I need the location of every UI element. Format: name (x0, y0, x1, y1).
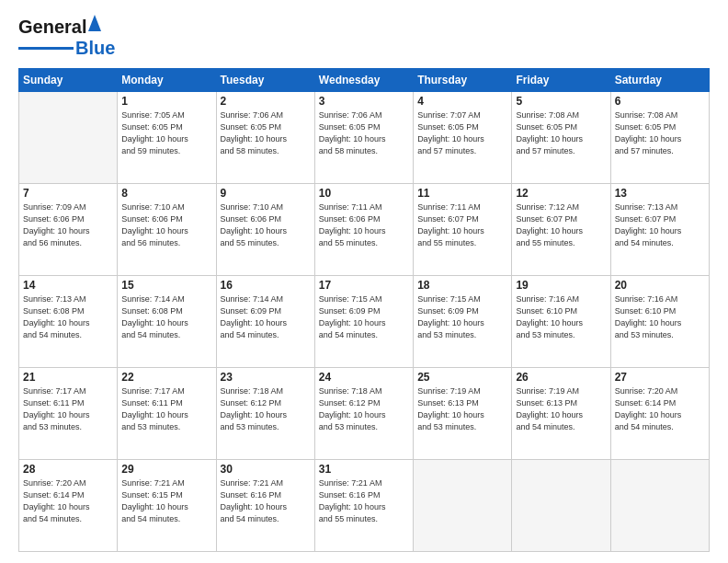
day-info: Sunrise: 7:14 AM Sunset: 6:08 PM Dayligh… (121, 293, 211, 341)
day-number: 2 (221, 95, 311, 108)
logo: General Blue (18, 17, 115, 59)
calendar-cell: 28Sunrise: 7:20 AM Sunset: 6:14 PM Dayli… (19, 460, 118, 552)
calendar-cell: 25Sunrise: 7:19 AM Sunset: 6:13 PM Dayli… (414, 368, 512, 460)
day-number: 6 (615, 95, 705, 108)
calendar-cell (414, 460, 512, 552)
header: General Blue (18, 17, 710, 59)
day-number: 29 (121, 463, 211, 476)
day-info: Sunrise: 7:11 AM Sunset: 6:07 PM Dayligh… (417, 201, 507, 249)
day-number: 24 (319, 371, 409, 384)
day-number: 4 (417, 95, 507, 108)
day-info: Sunrise: 7:13 AM Sunset: 6:08 PM Dayligh… (23, 293, 113, 341)
weekday-header-tuesday: Tuesday (216, 69, 314, 92)
day-info: Sunrise: 7:21 AM Sunset: 6:15 PM Dayligh… (121, 477, 211, 525)
day-number: 31 (319, 463, 409, 476)
day-info: Sunrise: 7:18 AM Sunset: 6:12 PM Dayligh… (319, 385, 409, 433)
day-info: Sunrise: 7:10 AM Sunset: 6:06 PM Dayligh… (221, 201, 311, 249)
day-number: 12 (516, 187, 606, 200)
calendar-cell: 30Sunrise: 7:21 AM Sunset: 6:16 PM Dayli… (216, 460, 314, 552)
svg-marker-0 (88, 15, 101, 31)
calendar-cell (610, 460, 709, 552)
day-number: 11 (417, 187, 507, 200)
calendar-cell: 9Sunrise: 7:10 AM Sunset: 6:06 PM Daylig… (216, 184, 314, 276)
calendar-cell: 21Sunrise: 7:17 AM Sunset: 6:11 PM Dayli… (19, 368, 118, 460)
calendar-table: SundayMondayTuesdayWednesdayThursdayFrid… (18, 68, 710, 552)
weekday-header-saturday: Saturday (610, 69, 709, 92)
day-info: Sunrise: 7:20 AM Sunset: 6:14 PM Dayligh… (615, 385, 705, 433)
day-number: 21 (23, 371, 113, 384)
day-info: Sunrise: 7:18 AM Sunset: 6:12 PM Dayligh… (221, 385, 311, 433)
calendar-cell: 22Sunrise: 7:17 AM Sunset: 6:11 PM Dayli… (118, 368, 216, 460)
calendar-cell: 4Sunrise: 7:07 AM Sunset: 6:05 PM Daylig… (414, 92, 512, 184)
logo-general-text: General (18, 17, 86, 38)
week-row-5: 28Sunrise: 7:20 AM Sunset: 6:14 PM Dayli… (19, 460, 710, 552)
day-number: 8 (121, 187, 211, 200)
calendar-cell: 23Sunrise: 7:18 AM Sunset: 6:12 PM Dayli… (216, 368, 314, 460)
calendar-cell: 16Sunrise: 7:14 AM Sunset: 6:09 PM Dayli… (216, 276, 314, 368)
weekday-header-friday: Friday (512, 69, 610, 92)
day-number: 26 (516, 371, 606, 384)
week-row-1: 1Sunrise: 7:05 AM Sunset: 6:05 PM Daylig… (19, 92, 710, 184)
day-info: Sunrise: 7:19 AM Sunset: 6:13 PM Dayligh… (516, 385, 606, 433)
day-number: 10 (319, 187, 409, 200)
calendar-cell: 20Sunrise: 7:16 AM Sunset: 6:10 PM Dayli… (610, 276, 709, 368)
calendar-cell: 14Sunrise: 7:13 AM Sunset: 6:08 PM Dayli… (19, 276, 118, 368)
day-info: Sunrise: 7:21 AM Sunset: 6:16 PM Dayligh… (221, 477, 311, 525)
day-info: Sunrise: 7:08 AM Sunset: 6:05 PM Dayligh… (516, 109, 606, 157)
day-info: Sunrise: 7:11 AM Sunset: 6:06 PM Dayligh… (319, 201, 409, 249)
calendar-cell: 5Sunrise: 7:08 AM Sunset: 6:05 PM Daylig… (512, 92, 610, 184)
calendar-cell: 2Sunrise: 7:06 AM Sunset: 6:05 PM Daylig… (216, 92, 314, 184)
weekday-header-sunday: Sunday (19, 69, 118, 92)
day-info: Sunrise: 7:08 AM Sunset: 6:05 PM Dayligh… (615, 109, 705, 157)
day-info: Sunrise: 7:16 AM Sunset: 6:10 PM Dayligh… (615, 293, 705, 341)
calendar-cell: 11Sunrise: 7:11 AM Sunset: 6:07 PM Dayli… (414, 184, 512, 276)
day-number: 28 (23, 463, 113, 476)
calendar-cell: 29Sunrise: 7:21 AM Sunset: 6:15 PM Dayli… (118, 460, 216, 552)
day-number: 5 (516, 95, 606, 108)
day-info: Sunrise: 7:21 AM Sunset: 6:16 PM Dayligh… (319, 477, 409, 525)
day-info: Sunrise: 7:06 AM Sunset: 6:05 PM Dayligh… (221, 109, 311, 157)
day-number: 15 (121, 279, 211, 292)
calendar-cell: 17Sunrise: 7:15 AM Sunset: 6:09 PM Dayli… (314, 276, 413, 368)
day-info: Sunrise: 7:16 AM Sunset: 6:10 PM Dayligh… (516, 293, 606, 341)
day-number: 14 (23, 279, 113, 292)
calendar-cell: 31Sunrise: 7:21 AM Sunset: 6:16 PM Dayli… (314, 460, 413, 552)
calendar-cell: 26Sunrise: 7:19 AM Sunset: 6:13 PM Dayli… (512, 368, 610, 460)
day-number: 22 (121, 371, 211, 384)
day-info: Sunrise: 7:10 AM Sunset: 6:06 PM Dayligh… (121, 201, 211, 249)
calendar-cell: 15Sunrise: 7:14 AM Sunset: 6:08 PM Dayli… (118, 276, 216, 368)
calendar-cell: 13Sunrise: 7:13 AM Sunset: 6:07 PM Dayli… (610, 184, 709, 276)
calendar-cell: 7Sunrise: 7:09 AM Sunset: 6:06 PM Daylig… (19, 184, 118, 276)
week-row-3: 14Sunrise: 7:13 AM Sunset: 6:08 PM Dayli… (19, 276, 710, 368)
weekday-header-monday: Monday (118, 69, 216, 92)
day-number: 1 (121, 95, 211, 108)
calendar-cell: 3Sunrise: 7:06 AM Sunset: 6:05 PM Daylig… (314, 92, 413, 184)
calendar-cell: 8Sunrise: 7:10 AM Sunset: 6:06 PM Daylig… (118, 184, 216, 276)
day-number: 3 (319, 95, 409, 108)
day-number: 23 (221, 371, 311, 384)
day-number: 9 (221, 187, 311, 200)
calendar-cell (512, 460, 610, 552)
day-number: 7 (23, 187, 113, 200)
day-info: Sunrise: 7:07 AM Sunset: 6:05 PM Dayligh… (417, 109, 507, 157)
week-row-4: 21Sunrise: 7:17 AM Sunset: 6:11 PM Dayli… (19, 368, 710, 460)
day-number: 20 (615, 279, 705, 292)
logo-blue-text: Blue (75, 38, 115, 59)
day-info: Sunrise: 7:05 AM Sunset: 6:05 PM Dayligh… (121, 109, 211, 157)
day-info: Sunrise: 7:17 AM Sunset: 6:11 PM Dayligh… (121, 385, 211, 433)
day-info: Sunrise: 7:19 AM Sunset: 6:13 PM Dayligh… (417, 385, 507, 433)
day-info: Sunrise: 7:09 AM Sunset: 6:06 PM Dayligh… (23, 201, 113, 249)
week-row-2: 7Sunrise: 7:09 AM Sunset: 6:06 PM Daylig… (19, 184, 710, 276)
day-info: Sunrise: 7:15 AM Sunset: 6:09 PM Dayligh… (319, 293, 409, 341)
day-info: Sunrise: 7:13 AM Sunset: 6:07 PM Dayligh… (615, 201, 705, 249)
day-info: Sunrise: 7:14 AM Sunset: 6:09 PM Dayligh… (221, 293, 311, 341)
calendar-cell: 12Sunrise: 7:12 AM Sunset: 6:07 PM Dayli… (512, 184, 610, 276)
calendar-cell: 10Sunrise: 7:11 AM Sunset: 6:06 PM Dayli… (314, 184, 413, 276)
day-number: 19 (516, 279, 606, 292)
day-number: 17 (319, 279, 409, 292)
calendar-page: General Blue SundayMondayTuesdayWednesda… (0, 0, 728, 563)
day-info: Sunrise: 7:06 AM Sunset: 6:05 PM Dayligh… (319, 109, 409, 157)
calendar-cell: 6Sunrise: 7:08 AM Sunset: 6:05 PM Daylig… (610, 92, 709, 184)
day-number: 18 (417, 279, 507, 292)
day-number: 30 (221, 463, 311, 476)
